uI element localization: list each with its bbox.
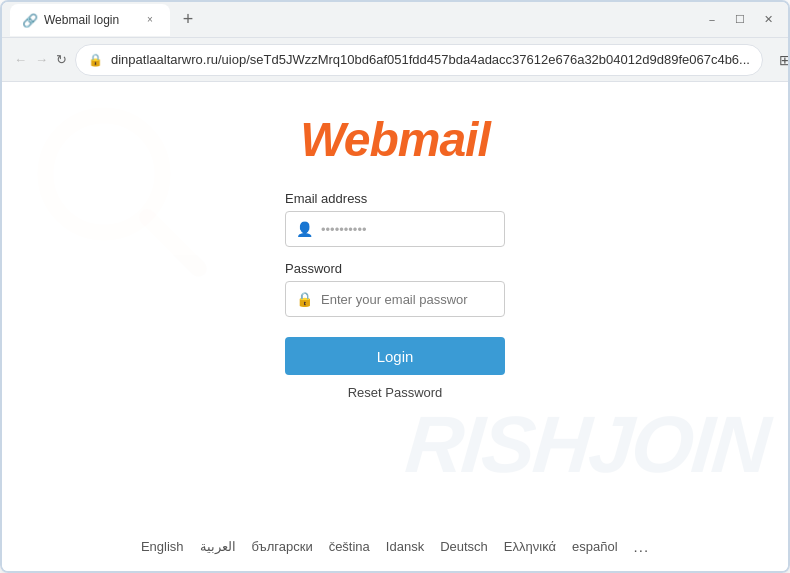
tab-label: Webmail login [44, 13, 119, 27]
address-bar-right: ⊞ ☆ 👤 ⋮ [771, 46, 790, 74]
person-icon: 👤 [296, 221, 313, 237]
password-form-group: Password 🔒 [285, 261, 505, 317]
lang-german[interactable]: Deutsch [440, 539, 488, 554]
lang-bulgarian[interactable]: български [252, 539, 313, 554]
password-input[interactable] [321, 292, 494, 307]
url-text: dinpatlaaltarwro.ru/uiop/seTd5JWzzMrq10b… [111, 52, 750, 67]
email-label: Email address [285, 191, 505, 206]
title-bar-left: 🔗 Webmail login × + [10, 4, 202, 36]
email-input[interactable] [321, 222, 494, 237]
browser-tab[interactable]: 🔗 Webmail login × [10, 4, 170, 36]
lock-field-icon: 🔒 [296, 291, 313, 307]
window-controls: − ☐ ✕ [700, 8, 780, 32]
lang-idansk[interactable]: Idansk [386, 539, 424, 554]
url-bar[interactable]: 🔒 dinpatlaaltarwro.ru/uiop/seTd5JWzzMrq1… [75, 44, 763, 76]
reload-button[interactable]: ↻ [56, 46, 67, 74]
address-bar: ← → ↻ 🔒 dinpatlaaltarwro.ru/uiop/seTd5JW… [2, 38, 788, 82]
login-button[interactable]: Login [285, 337, 505, 375]
close-button[interactable]: ✕ [756, 8, 780, 32]
tab-site-icon: 🔗 [22, 13, 36, 27]
browser-frame: 🔗 Webmail login × + − ☐ ✕ ← → ↻ 🔒 dinpat… [0, 0, 790, 573]
back-button[interactable]: ← [14, 46, 27, 74]
title-bar: 🔗 Webmail login × + − ☐ ✕ [2, 2, 788, 38]
webmail-logo: Webmail [300, 112, 490, 167]
lang-more-button[interactable]: ... [634, 538, 650, 555]
maximize-button[interactable]: ☐ [728, 8, 752, 32]
language-bar: English العربية български čeština Idansk… [2, 538, 788, 555]
reset-password-link[interactable]: Reset Password [348, 385, 443, 400]
lang-greek[interactable]: Ελληνικά [504, 539, 556, 554]
grid-icon-button[interactable]: ⊞ [771, 46, 790, 74]
lang-english[interactable]: English [141, 539, 184, 554]
new-tab-button[interactable]: + [174, 6, 202, 34]
password-input-wrapper: 🔒 [285, 281, 505, 317]
forward-button[interactable]: → [35, 46, 48, 74]
minimize-button[interactable]: − [700, 8, 724, 32]
lang-spanish[interactable]: español [572, 539, 618, 554]
lock-icon: 🔒 [88, 53, 103, 67]
lang-arabic[interactable]: العربية [200, 539, 236, 554]
email-form-group: Email address 👤 [285, 191, 505, 247]
login-container: Webmail Email address 👤 Password 🔒 Login [2, 82, 788, 400]
page-content: RISHJOIN Webmail Email address 👤 Passwor… [2, 82, 788, 571]
password-label: Password [285, 261, 505, 276]
text-watermark: RISHJOIN [402, 399, 772, 491]
email-input-wrapper: 👤 [285, 211, 505, 247]
lang-czech[interactable]: čeština [329, 539, 370, 554]
tab-close-button[interactable]: × [142, 12, 158, 28]
